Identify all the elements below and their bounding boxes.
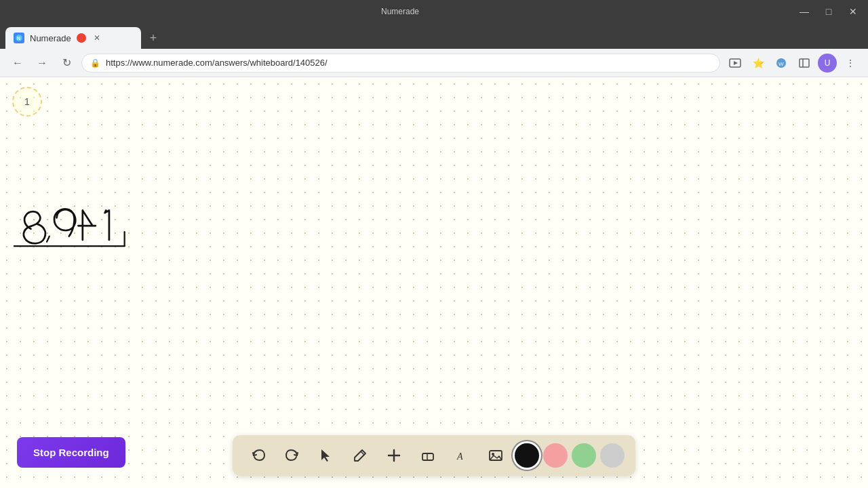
- undo-button[interactable]: [243, 441, 273, 470]
- svg-text:W: W: [778, 61, 784, 67]
- handwritten-content: [14, 186, 149, 256]
- whiteboard[interactable]: 1 Stop Recording: [0, 77, 868, 488]
- redo-button[interactable]: [277, 441, 307, 470]
- svg-text:A: A: [456, 451, 463, 462]
- pen-tool-button[interactable]: [345, 441, 375, 470]
- tab-title: Numerade: [30, 33, 71, 43]
- menu-button[interactable]: ⋮: [841, 54, 860, 73]
- profile-button[interactable]: U: [818, 54, 837, 73]
- color-black-button[interactable]: [515, 443, 539, 468]
- svg-text:N: N: [17, 36, 20, 41]
- drawing-toolbar: A: [233, 435, 635, 476]
- forward-button[interactable]: →: [33, 54, 52, 73]
- security-icon: 🔒: [90, 58, 100, 68]
- eraser-tool-button[interactable]: [413, 441, 443, 470]
- address-bar[interactable]: 🔒 https://www.numerade.com/answers/white…: [81, 54, 720, 73]
- close-button[interactable]: ✕: [844, 2, 863, 21]
- svg-marker-3: [734, 61, 738, 65]
- recording-indicator: [77, 33, 86, 43]
- screen-record-icon[interactable]: [726, 54, 745, 73]
- tab-close-button[interactable]: ✕: [92, 33, 102, 43]
- color-green-button[interactable]: [572, 443, 596, 468]
- minimize-button[interactable]: —: [795, 2, 814, 21]
- tab-favicon: N: [14, 33, 24, 43]
- browser-window: Numerade — □ ✕ N Numerade ✕ + ← → ↻ 🔒 ht…: [0, 0, 868, 488]
- svg-rect-6: [800, 59, 809, 67]
- color-pink-button[interactable]: [543, 443, 568, 468]
- color-gray-button[interactable]: [600, 443, 625, 468]
- svg-marker-10: [321, 449, 330, 462]
- nav-bar: ← → ↻ 🔒 https://www.numerade.com/answers…: [0, 49, 868, 77]
- page-number: 1: [24, 96, 30, 107]
- new-tab-button[interactable]: +: [144, 28, 163, 47]
- window-controls: — □ ✕: [795, 2, 863, 21]
- back-button[interactable]: ←: [8, 54, 27, 73]
- extension-icon[interactable]: W: [772, 54, 791, 73]
- nav-actions: ⭐ W U ⋮: [726, 54, 860, 73]
- text-tool-button[interactable]: A: [447, 441, 477, 470]
- svg-rect-14: [422, 453, 433, 460]
- sidebar-toggle[interactable]: [795, 54, 814, 73]
- add-button[interactable]: [379, 441, 409, 470]
- refresh-button[interactable]: ↻: [57, 54, 76, 73]
- stop-recording-button[interactable]: Stop Recording: [17, 437, 125, 468]
- page-indicator: 1: [12, 87, 42, 117]
- window-title: Numerade: [5, 7, 795, 16]
- bookmark-button[interactable]: ⭐: [749, 54, 768, 73]
- select-tool-button[interactable]: [311, 441, 341, 470]
- url-text: https://www.numerade.com/answers/whitebo…: [106, 58, 328, 68]
- image-tool-button[interactable]: [481, 441, 511, 470]
- title-bar: Numerade — □ ✕: [0, 0, 868, 23]
- active-tab[interactable]: N Numerade ✕: [5, 27, 141, 49]
- tab-bar: N Numerade ✕ +: [0, 23, 868, 49]
- maximize-button[interactable]: □: [819, 2, 838, 21]
